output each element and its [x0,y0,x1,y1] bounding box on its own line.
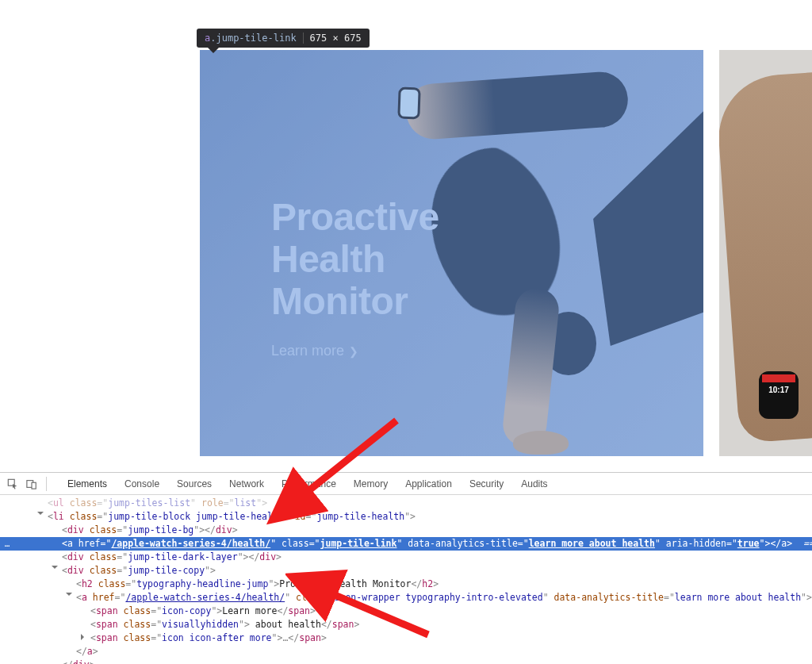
tab-memory[interactable]: Memory [346,474,396,494]
tab-elements[interactable]: Elements [59,474,115,494]
expand-caret-icon[interactable] [52,566,58,572]
devtools-toolbar: Elements Console Sources Network Perform… [0,473,812,495]
inspect-tooltip: a.jump-tile-link 675 × 675 [197,29,370,48]
chevron-right-icon: ❯ [349,345,358,358]
jump-tile-workout[interactable]: 10:17 U V F L [719,50,812,456]
dom-node[interactable]: </div> [0,658,812,664]
device-toolbar-icon[interactable] [24,476,40,492]
expand-caret-icon[interactable] [37,512,44,518]
dom-node[interactable]: <span class="icon-copy">Learn more</span… [0,605,812,618]
dom-node[interactable]: <h2 class="typography-headline-jump">Pro… [0,578,812,591]
dom-node[interactable]: <ul class="jump-tiles-list" role="list"> [0,497,812,510]
dom-node[interactable]: <span class="icon icon-after more">…</sp… [0,631,812,645]
dom-node[interactable]: <span class="visuallyhidden"> about heal… [0,618,812,631]
inspect-dimensions: 675 × 675 [310,33,362,44]
learn-more-link[interactable]: Learn more ❯ [271,343,358,359]
dom-node[interactable]: <div class="jump-tile-bg"></div> [0,524,812,537]
dom-node[interactable]: <div class="jump-tile-copy"> [0,564,812,578]
elements-tree[interactable]: <ul class="jump-tiles-list" role="list">… [0,495,812,664]
devtools-panel: Elements Console Sources Network Perform… [0,472,812,664]
watch-icon: 10:17 [759,371,799,419]
breadcrumb-gutter: … [0,537,14,551]
toolbar-divider [46,477,47,491]
watch-icon [397,87,420,120]
inspect-element-icon[interactable] [5,476,21,492]
tab-sources[interactable]: Sources [169,474,220,494]
tab-security[interactable]: Security [462,474,511,494]
tab-console[interactable]: Console [117,474,167,494]
expand-caret-icon[interactable] [66,593,72,599]
svg-rect-4 [32,482,36,489]
expand-caret-icon[interactable] [81,634,87,640]
dom-node[interactable]: <a href="/apple-watch-series-4/health/" … [0,591,812,605]
watch-time: 10:17 [759,386,799,394]
dom-node[interactable]: <div class="jump-tile-dark-layer"></div> [0,551,812,564]
tab-network[interactable]: Network [221,474,272,494]
dom-node-selected[interactable]: … <a href="/apple-watch-series-4/health/… [0,537,812,551]
page-preview: Proactive Health Monitor Learn more ❯ 10… [0,0,812,472]
dom-node[interactable]: <li class="jump-tile-block jump-tile-hea… [0,510,812,524]
tile-headline: Proactive Health Monitor [271,197,439,322]
jump-tile-health[interactable]: Proactive Health Monitor Learn more ❯ [200,50,703,456]
tab-performance[interactable]: Performance [274,474,344,494]
tab-audits[interactable]: Audits [513,474,555,494]
dom-node[interactable]: </a> [0,645,812,658]
devtools-tabs: Elements Console Sources Network Perform… [59,474,556,494]
tile-row: Proactive Health Monitor Learn more ❯ 10… [200,50,812,456]
tab-application[interactable]: Application [397,474,460,494]
tile-copy: Proactive Health Monitor Learn more ❯ [271,197,439,359]
